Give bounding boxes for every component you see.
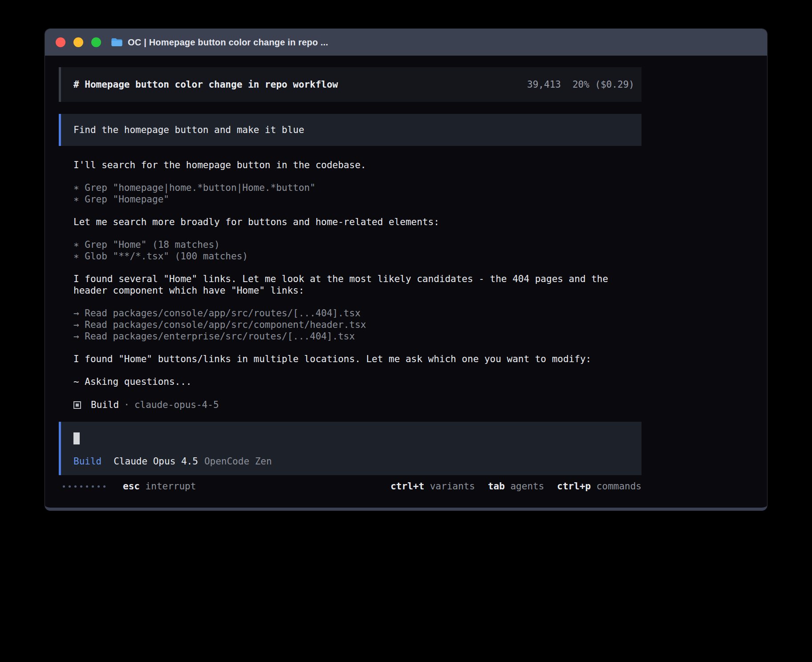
close-button[interactable] (56, 37, 65, 47)
tool-call: → Read packages/console/app/src/routes/[… (73, 307, 641, 319)
interrupt-hint: esc interrupt (123, 481, 196, 492)
assistant-text: I found "Home" buttons/links in multiple… (73, 353, 641, 365)
tool-call: ∗ Grep "homepage|home.*button|Home.*butt… (73, 182, 641, 194)
context-usage: 20% ($0.29) (572, 79, 634, 90)
assistant-text: Let me search more broadly for buttons a… (73, 216, 641, 228)
mode-indicator[interactable]: Build (73, 456, 102, 467)
session-header: # Homepage button color change in repo w… (59, 67, 641, 102)
ctrl-p-key: ctrl+p (557, 481, 591, 492)
window-title: OC | Homepage button color change in rep… (128, 37, 328, 48)
square-dot-icon (73, 401, 81, 409)
session-stats: 39,413 20% ($0.29) (527, 79, 634, 90)
prompt-input[interactable]: Build Claude Opus 4.5 OpenCode Zen (59, 422, 641, 475)
session-title: # Homepage button color change in repo w… (73, 79, 527, 90)
esc-key: esc (123, 481, 140, 492)
commands-hint: ctrl+p commands (557, 481, 641, 492)
tool-call: → Read packages/console/app/src/componen… (73, 319, 641, 331)
assistant-text: I found several "Home" links. Let me loo… (73, 273, 641, 296)
dots-spinner-icon (63, 485, 106, 488)
traffic-lights (56, 37, 101, 47)
provider-name: OpenCode Zen (204, 456, 272, 467)
ctrl-t-key: ctrl+t (390, 481, 424, 492)
tool-call: ∗ Grep "Homepage" (73, 194, 641, 205)
interrupt-label (140, 481, 146, 492)
text-cursor (73, 432, 80, 444)
agent-model: claude-opus-4-5 (134, 399, 219, 411)
commands-label: commands (597, 481, 641, 492)
folder-icon (111, 37, 123, 47)
input-footer: Build Claude Opus 4.5 OpenCode Zen (73, 456, 634, 467)
variants-hint: ctrl+t variants (390, 481, 475, 492)
user-message: Find the homepage button and make it blu… (59, 114, 641, 146)
agent-row: Build · claude-opus-4-5 (73, 399, 641, 411)
model-name: Claude Opus 4.5 (114, 456, 198, 467)
assistant-text: I'll search for the homepage button in t… (73, 159, 641, 171)
window-titlebar[interactable]: OC | Homepage button color change in rep… (45, 29, 767, 56)
terminal-window: OC | Homepage button color change in rep… (45, 28, 767, 511)
assistant-transcript: I'll search for the homepage button in t… (59, 159, 641, 411)
tab-key: tab (488, 481, 505, 492)
variants-label: variants (430, 481, 475, 492)
shortcut-hints: ctrl+t variants tab agents ctrl+p comman… (390, 481, 641, 492)
agents-label: agents (510, 481, 544, 492)
tool-call: → Read packages/enterprise/src/routes/[.… (73, 331, 641, 342)
token-count: 39,413 (527, 79, 561, 90)
user-message-text: Find the homepage button and make it blu… (73, 125, 304, 135)
status-bar: esc interrupt ctrl+t variants tab agents (59, 481, 641, 492)
tool-call: ∗ Glob "**/*.tsx" (100 matches) (73, 250, 641, 262)
zoom-button[interactable] (91, 37, 101, 47)
asking-status: ~ Asking questions... (73, 376, 641, 388)
tool-call: ∗ Grep "Home" (18 matches) (73, 239, 641, 250)
agent-separator: · (124, 399, 130, 411)
minimize-button[interactable] (73, 37, 83, 47)
agent-name: Build (91, 399, 119, 411)
agents-hint: tab agents (488, 481, 544, 492)
